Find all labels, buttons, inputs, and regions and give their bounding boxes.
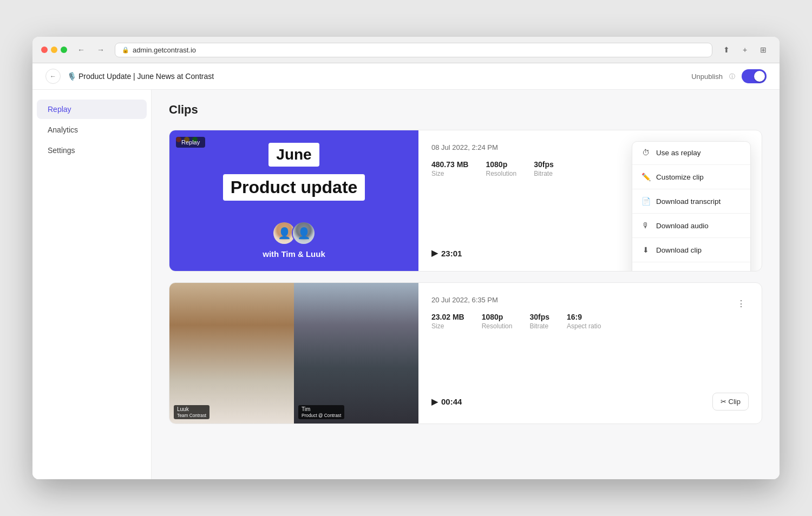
browser-controls: ← → [74, 42, 108, 57]
person-left-bg [169, 283, 294, 424]
play-icon-1: ▶ [431, 248, 438, 258]
delete-label: Delete [656, 270, 677, 272]
stat-resolution-label-1: Resolution [486, 170, 516, 177]
stat-size-2: 23.02 MB Size [431, 313, 464, 330]
play-icon-2: ▶ [431, 397, 438, 407]
dropdown-customize-clip[interactable]: ✏️ Customize clip [632, 166, 750, 188]
customize-clip-icon: ✏️ [641, 172, 651, 182]
dropdown-download-transcript[interactable]: 📄 Download transcript [632, 190, 750, 212]
maximize-button[interactable] [61, 47, 67, 53]
page-title-text: Product Update | June News at Contrast [78, 72, 214, 81]
browser-window: ← → 🔒 admin.getcontrast.io ⬆ + ⊞ ← 🎙️ Pr… [32, 37, 780, 479]
header-right: Unpublish ⓘ [691, 69, 767, 83]
stat-resolution-value-2: 1080p [482, 313, 513, 321]
clip-meta-top-2: 20 Jul 2022, 6:35 PM 23.02 MB Size 1080p… [431, 296, 749, 339]
back-button[interactable]: ← [45, 69, 61, 84]
sidebar-label-replay: Replay [48, 105, 71, 114]
stat-bitrate-value-2: 30fps [529, 313, 549, 321]
sidebar: Replay Analytics Settings [32, 90, 152, 479]
dropdown-divider-3 [632, 213, 750, 214]
download-audio-icon: 🎙 [641, 221, 651, 230]
close-button[interactable] [41, 47, 48, 53]
dropdown-download-audio[interactable]: 🎙 Download audio [632, 215, 750, 236]
lock-icon: 🔒 [122, 47, 129, 54]
clip-stats-2: 23.02 MB Size 1080p Resolution 30fps Bit… [431, 313, 601, 330]
stat-bitrate-value-1: 30fps [534, 160, 554, 169]
clip-bottom-row-2: ▶ 00:44 ✂ Clip [431, 393, 749, 411]
hosts-avatars: 👤 👤 [272, 221, 316, 245]
dropdown-divider-4 [632, 237, 750, 238]
stat-size-1: 480.73 MB Size [431, 160, 468, 177]
stat-size-label-2: Size [431, 322, 464, 330]
clip-meta-2: 20 Jul 2022, 6:35 PM 23.02 MB Size 1080p… [418, 283, 762, 424]
header-left: ← 🎙️ Product Update | June News at Contr… [45, 69, 214, 84]
use-as-replay-icon: ⏱ [641, 148, 651, 157]
dropdown-menu: ⏱ Use as replay ✏️ Customize clip 📄 Down… [632, 141, 751, 272]
replay-label-text: Replay [181, 139, 200, 145]
avatar-icon-2: 👤 [297, 227, 311, 240]
stat-resolution-value-1: 1080p [486, 160, 516, 169]
toggle-knob [754, 71, 765, 82]
dropdown-download-clip[interactable]: ⬇ Download clip [632, 239, 750, 261]
new-tab-button[interactable]: + [737, 42, 752, 57]
download-transcript-label: Download transcript [656, 197, 721, 206]
forward-browser-button[interactable]: → [93, 42, 108, 57]
stat-bitrate-1: 30fps Bitrate [534, 160, 554, 177]
dropdown-use-as-replay[interactable]: ⏱ Use as replay [632, 142, 750, 163]
stat-size-label-1: Size [431, 170, 468, 177]
more-options-button-2[interactable]: ⋮ [734, 296, 749, 311]
browser-chrome: ← → 🔒 admin.getcontrast.io ⬆ + ⊞ [32, 37, 780, 63]
page-title: 🎙️ Product Update | June News at Contras… [67, 72, 214, 81]
main-content: Clips Replay Jun [152, 90, 780, 479]
app-header: ← 🎙️ Product Update | June News at Contr… [32, 63, 780, 90]
sidebar-item-settings[interactable]: Settings [37, 141, 147, 160]
stat-resolution-1: 1080p Resolution [486, 160, 516, 177]
clip-card-1: Replay June Product update [169, 130, 762, 272]
grid-button[interactable]: ⊞ [756, 42, 771, 57]
browser-actions: ⬆ + ⊞ [719, 42, 771, 57]
publish-toggle[interactable] [742, 69, 767, 83]
clip-replay-label: Replay [176, 137, 205, 148]
stat-bitrate-2: 30fps Bitrate [529, 313, 549, 330]
customize-clip-label: Customize clip [656, 173, 704, 181]
back-browser-button[interactable]: ← [74, 42, 89, 57]
clip-thumbnail-2[interactable]: ⏺ LuukTeam Contrast TimProduct @ Contras… [169, 283, 418, 424]
clip-button-2[interactable]: ✂ Clip [712, 393, 749, 411]
stat-resolution-label-2: Resolution [482, 322, 513, 330]
info-icon: ⓘ [729, 72, 735, 81]
app-body: Replay Analytics Settings Clips [32, 90, 780, 479]
clip-hosts: 👤 👤 with Tim & Luuk [263, 221, 325, 259]
clip-duration-value-1: 23:01 [441, 249, 462, 258]
stat-resolution-2: 1080p Resolution [482, 313, 513, 330]
stat-size-value-1: 480.73 MB [431, 160, 468, 169]
clip-duration-2: ▶ 00:44 [431, 397, 462, 407]
address-bar[interactable]: 🔒 admin.getcontrast.io [115, 43, 712, 57]
unpublish-button[interactable]: Unpublish [691, 72, 723, 81]
sidebar-label-settings: Settings [48, 146, 75, 155]
person-right-bg [294, 283, 418, 424]
clips-heading: Clips [169, 103, 762, 117]
dropdown-divider-1 [632, 164, 750, 165]
dropdown-delete[interactable]: 🗑 Delete [632, 263, 750, 272]
page-emoji: 🎙️ [67, 72, 78, 81]
stat-aspect-label-2: Aspect ratio [567, 322, 601, 330]
download-clip-icon: ⬇ [641, 245, 651, 255]
url-text: admin.getcontrast.io [133, 46, 196, 54]
dropdown-divider-2 [632, 189, 750, 189]
avatar-icon-1: 👤 [278, 227, 291, 240]
thumb-half-right: TimProduct @ Contrast [294, 283, 418, 424]
clip-title-line2: Product update [223, 174, 365, 201]
sidebar-item-replay[interactable]: Replay [37, 100, 147, 119]
download-transcript-icon: 📄 [641, 196, 651, 206]
delete-icon: 🗑 [641, 269, 651, 272]
share-button[interactable]: ⬆ [719, 42, 734, 57]
minimize-button[interactable] [51, 47, 57, 53]
clip-title-june: June [269, 143, 319, 171]
clip-title-product: Product update [223, 174, 365, 211]
sidebar-label-analytics: Analytics [48, 125, 78, 134]
clip-duration-value-2: 00:44 [441, 397, 462, 406]
stat-bitrate-label-2: Bitrate [529, 322, 549, 330]
thumb-label-right: TimProduct @ Contrast [298, 405, 344, 419]
clip-thumbnail-1[interactable]: Replay June Product update [169, 130, 418, 271]
sidebar-item-analytics[interactable]: Analytics [37, 120, 147, 140]
